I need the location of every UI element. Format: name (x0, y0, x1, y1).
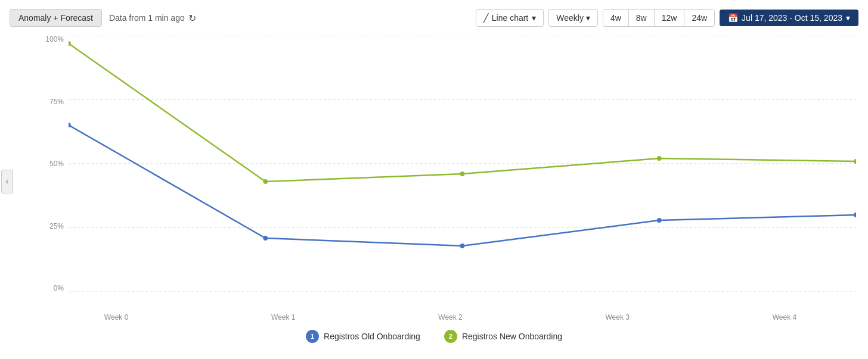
legend-label-old: Registros Old Onboarding (324, 332, 420, 341)
date-range-label: Jul 17, 2023 - Oct 15, 2023 (742, 13, 842, 23)
data-info-text: Data from 1 min ago (109, 13, 185, 23)
refresh-icon[interactable]: ↻ (188, 13, 196, 24)
legend-label-new: Registros New Onboarding (462, 332, 562, 341)
svg-point-13 (657, 156, 662, 161)
chart-legend: 1 Registros Old Onboarding 2 Registros N… (0, 321, 868, 351)
period-label: Weekly (556, 13, 584, 23)
line-chart-icon: ╱ (483, 13, 488, 23)
nav-prev-button[interactable]: ‹ (1, 170, 13, 193)
time-range-24w[interactable]: 24w (684, 10, 714, 26)
svg-point-6 (263, 236, 268, 241)
time-range-12w[interactable]: 12w (655, 10, 685, 26)
x-label-week2: Week 2 (367, 313, 534, 321)
period-button[interactable]: Weekly ▾ (548, 9, 598, 27)
x-label-week1: Week 1 (200, 313, 367, 321)
period-chevron-icon: ▾ (586, 13, 590, 23)
y-label-25: 25% (36, 223, 64, 230)
y-label-100: 100% (36, 36, 64, 43)
y-label-50: 50% (36, 160, 64, 167)
x-axis: Week 0 Week 1 Week 2 Week 3 Week 4 (33, 308, 868, 321)
svg-point-12 (460, 171, 465, 176)
legend-item-old: 1 Registros Old Onboarding (306, 330, 420, 343)
legend-circle-new: 2 (444, 330, 457, 343)
time-range-group: 4w 8w 12w 24w (603, 9, 715, 27)
calendar-icon: 📅 (728, 13, 738, 23)
svg-point-14 (854, 159, 856, 164)
data-info: Data from 1 min ago ↻ (109, 13, 196, 24)
chart-svg (69, 36, 856, 292)
y-label-0: 0% (36, 285, 64, 292)
date-range-chevron-icon: ▾ (846, 13, 850, 23)
chart-container: 100% 75% 50% 25% 0% (0, 36, 868, 321)
time-range-8w[interactable]: 8w (629, 10, 655, 26)
svg-point-9 (854, 213, 856, 217)
legend-item-new: 2 Registros New Onboarding (444, 330, 562, 343)
chart-wrapper: ‹ 100% 75% 50% 25% 0% (0, 36, 868, 327)
x-label-week0: Week 0 (33, 313, 200, 321)
anomaly-badge[interactable]: Anomaly + Forecast (10, 9, 102, 27)
svg-point-7 (460, 244, 465, 248)
x-label-week3: Week 3 (534, 313, 701, 321)
chart-type-button[interactable]: ╱ Line chart ▾ (476, 9, 544, 27)
svg-point-8 (657, 218, 662, 223)
chart-type-chevron-icon: ▾ (532, 13, 536, 23)
header-controls: ╱ Line chart ▾ Weekly ▾ 4w 8w 12w 24w 📅 … (476, 9, 858, 27)
date-range-button[interactable]: 📅 Jul 17, 2023 - Oct 15, 2023 ▾ (720, 10, 858, 26)
time-range-4w[interactable]: 4w (603, 10, 629, 26)
svg-point-11 (263, 179, 268, 184)
y-label-75: 75% (36, 98, 64, 105)
header: Anomaly + Forecast Data from 1 min ago ↻… (0, 0, 868, 36)
chart-area: 100% 75% 50% 25% 0% (36, 36, 856, 292)
legend-circle-old: 1 (306, 330, 319, 343)
y-axis: 100% 75% 50% 25% 0% (36, 36, 69, 292)
chart-type-label: Line chart (492, 13, 528, 23)
x-label-week4: Week 4 (701, 313, 868, 321)
